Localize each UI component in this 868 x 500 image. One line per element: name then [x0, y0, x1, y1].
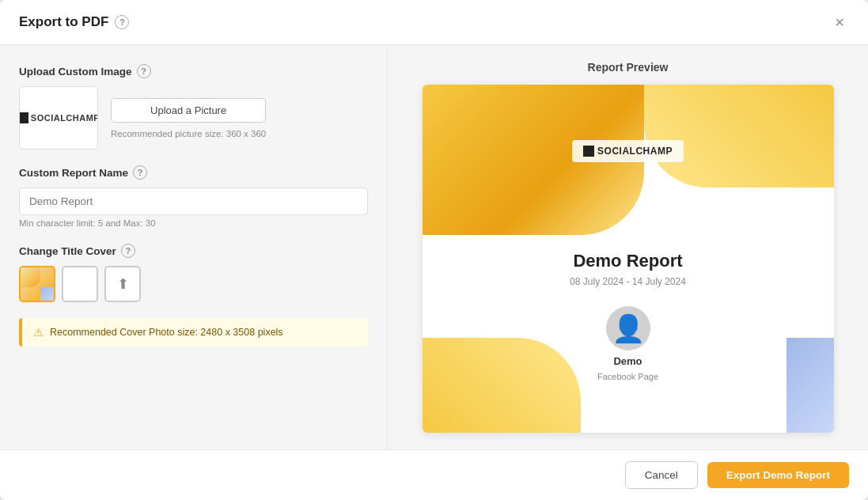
avatar-icon: 👤 — [612, 315, 645, 342]
upload-section-label: Upload Custom Image ? — [19, 64, 368, 78]
report-logo-box: SOCIALCHAMP — [572, 140, 684, 162]
upload-arrow-icon: ⬆ — [117, 275, 129, 293]
upload-controls: Upload a Picture Recommended picture siz… — [111, 98, 266, 138]
title-cover-section: Change Title Cover ? ⬆ — [19, 244, 368, 302]
report-avatar-area: 👤 Demo Facebook Page — [597, 306, 658, 381]
report-preview-date: 08 July 2024 - 14 July 2024 — [570, 276, 686, 287]
cover-option-white[interactable] — [62, 266, 98, 302]
report-preview-title: Demo Report — [573, 251, 682, 271]
report-name-label: Custom Report Name ? — [19, 165, 368, 180]
title-cover-label: Change Title Cover ? — [19, 244, 368, 258]
avatar: 👤 — [606, 306, 650, 350]
logo-preview-box: SOCIALCHAMP — [19, 86, 98, 150]
modal-header: Export to PDF ? × — [0, 0, 868, 45]
upload-hint: Recommended picture size: 360 x 360 — [111, 129, 266, 138]
export-button[interactable]: Export Demo Report — [707, 462, 849, 488]
cover-option-upload[interactable]: ⬆ — [104, 266, 141, 302]
close-button[interactable]: × — [830, 13, 849, 32]
upload-image-row: SOCIALCHAMP Upload a Picture Recommended… — [19, 86, 368, 150]
modal-footer: Cancel Export Demo Report — [0, 449, 868, 500]
report-logo-area: SOCIALCHAMP — [423, 140, 834, 162]
logo-square-icon — [19, 112, 28, 123]
modal-body: Upload Custom Image ? SOCIALCHAMP Upload… — [0, 45, 868, 449]
upload-help-icon[interactable]: ? — [137, 64, 151, 78]
cover-option-gradient[interactable] — [19, 266, 55, 302]
report-logo-icon — [583, 146, 594, 157]
export-modal: Export to PDF ? × Upload Custom Image ? … — [0, 0, 868, 500]
avatar-name: Demo — [613, 355, 642, 367]
gradient-right — [644, 85, 834, 188]
modal-title-area: Export to PDF ? — [19, 14, 129, 30]
title-help-icon[interactable]: ? — [115, 15, 129, 29]
report-name-input[interactable] — [19, 188, 368, 215]
report-name-section: Custom Report Name ? Min character limit… — [19, 165, 368, 228]
report-name-help-icon[interactable]: ? — [133, 165, 147, 180]
warning-box: ⚠ Recommended Cover Photo size: 2480 x 3… — [19, 318, 368, 347]
cancel-button[interactable]: Cancel — [625, 461, 698, 489]
upload-image-section: Upload Custom Image ? SOCIALCHAMP Upload… — [19, 64, 368, 150]
title-cover-help-icon[interactable]: ? — [121, 244, 135, 258]
warning-text: Recommended Cover Photo size: 2480 x 350… — [50, 327, 283, 338]
preview-label: Report Preview — [588, 61, 669, 74]
report-content: Demo Report 08 July 2024 - 14 July 2024 … — [423, 235, 834, 381]
modal-title-text: Export to PDF — [19, 14, 108, 30]
report-preview-card: SOCIALCHAMP Demo Report 08 July 2024 - 1… — [423, 85, 834, 433]
char-limit-hint: Min character limit: 5 and Max: 30 — [19, 218, 368, 228]
left-panel: Upload Custom Image ? SOCIALCHAMP Upload… — [0, 45, 388, 449]
title-cover-options: ⬆ — [19, 266, 368, 302]
warning-icon: ⚠ — [33, 326, 44, 339]
avatar-sub: Facebook Page — [597, 372, 658, 381]
logo-text: SOCIALCHAMP — [19, 112, 98, 123]
upload-picture-button[interactable]: Upload a Picture — [111, 98, 266, 123]
right-panel: Report Preview SOCIALCHAMP Demo Report — [388, 45, 868, 449]
